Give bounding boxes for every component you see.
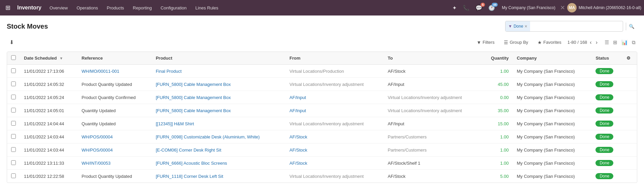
user-label: Mitchell Admin (20665062-16-0-all) (579, 5, 641, 10)
cell-from[interactable]: AF/Stock (285, 157, 384, 170)
col-company[interactable]: Company (513, 52, 592, 65)
cell-to: Partners/Customers (384, 143, 482, 157)
row-checkbox-cell[interactable] (7, 157, 20, 170)
nav-operations[interactable]: Operations (72, 3, 102, 12)
company-label[interactable]: My Company (San Francisco) (499, 5, 558, 10)
cell-extra (622, 143, 637, 157)
cell-company: My Company (San Francisco) (513, 170, 592, 183)
chat-badge: 5 (481, 3, 485, 7)
cell-product[interactable]: [[12345]] H&M Shirt (152, 117, 285, 130)
clock-icon-btn[interactable]: 🕐 48 (486, 3, 497, 12)
cell-product[interactable]: [FURN_5800] Cable Management Box (152, 78, 285, 91)
row-checkbox[interactable] (11, 121, 16, 126)
row-checkbox[interactable] (11, 68, 16, 73)
cell-product[interactable]: [FURN_6666] Acoustic Bloc Screens (152, 157, 285, 170)
col-from[interactable]: From (285, 52, 384, 65)
sort-arrow-date: ▼ (59, 56, 63, 60)
group-by-button[interactable]: ☰ Group By (502, 38, 530, 46)
cell-reference[interactable]: WH/POS/00004 (78, 130, 152, 143)
col-reference[interactable]: Reference (78, 52, 152, 65)
row-checkbox[interactable] (11, 173, 16, 178)
select-all-header[interactable] (7, 52, 20, 65)
top-navigation: ⊞ Inventory Overview Operations Products… (0, 0, 644, 15)
cell-company: My Company (San Francisco) (513, 157, 592, 170)
status-badge: Done (595, 160, 613, 166)
col-quantity[interactable]: Quantity (482, 52, 513, 65)
row-checkbox-cell[interactable] (7, 104, 20, 117)
stock-moves-table: Date Scheduled ▼ Reference Product From … (7, 52, 637, 183)
user-menu[interactable]: MA Mitchell Admin (20665062-16-0-all) (567, 3, 641, 12)
cell-status: Done (591, 170, 622, 183)
filter-icon: ▼ (477, 40, 481, 45)
row-checkbox-cell[interactable] (7, 117, 20, 130)
download-button[interactable]: ⬇ (7, 38, 17, 47)
cell-product[interactable]: Final Product (152, 65, 285, 78)
list-view-button[interactable]: ☰ (603, 38, 611, 46)
status-badge: Done (595, 173, 613, 179)
status-badge: Done (595, 107, 613, 113)
filter-tag-label: Done (514, 24, 523, 29)
row-checkbox[interactable] (11, 95, 16, 99)
filters-button[interactable]: ▼ Filters (474, 38, 496, 46)
nav-lines-rules[interactable]: Lines Rules (191, 3, 222, 12)
nav-configuration[interactable]: Configuration (156, 3, 190, 12)
star-fav-icon: ★ (538, 40, 542, 45)
col-date-scheduled[interactable]: Date Scheduled ▼ (20, 52, 78, 65)
col-to[interactable]: To (384, 52, 482, 65)
table-row: 11/01/2022 14:03:44 WH/POS/00004 [FURN_0… (7, 130, 637, 143)
cell-date: 11/01/2022 14:03:44 (20, 143, 78, 157)
cell-quantity: 1.00 (482, 65, 513, 78)
col-status[interactable]: Status (591, 52, 622, 65)
cell-quantity: 15.00 (482, 117, 513, 130)
cell-status: Done (591, 157, 622, 170)
chart-view-button[interactable]: 📊 (620, 38, 630, 46)
row-checkbox-cell[interactable] (7, 130, 20, 143)
cell-date: 11/01/2022 12:22:58 (20, 170, 78, 183)
cell-reference[interactable]: WH/MO/00011-001 (78, 65, 152, 78)
select-all-checkbox[interactable] (11, 55, 16, 60)
row-checkbox[interactable] (11, 134, 16, 139)
filter-tag-close-btn[interactable]: × (525, 24, 527, 29)
filter-group: ▼ Filters ☰ Group By ★ Favorites (474, 38, 563, 46)
cell-from[interactable]: AF/Stock (285, 143, 384, 157)
row-checkbox-cell[interactable] (7, 143, 20, 157)
cell-reference[interactable]: WH/INT/00053 (78, 157, 152, 170)
next-page-button[interactable]: › (594, 39, 599, 46)
cell-product[interactable]: [FURN_0098] Customizable Desk (Aluminium… (152, 130, 285, 143)
row-checkbox-cell[interactable] (7, 170, 20, 183)
cell-from[interactable]: AF/Input (285, 91, 384, 104)
favorites-button[interactable]: ★ Favorites (535, 38, 563, 46)
nav-products[interactable]: Products (103, 3, 128, 12)
star-icon-btn[interactable]: ✦ (450, 3, 459, 12)
row-checkbox[interactable] (11, 82, 16, 86)
row-checkbox[interactable] (11, 108, 16, 112)
col-product[interactable]: Product (152, 52, 285, 65)
apps-icon[interactable]: ⊞ (3, 3, 13, 13)
cell-product[interactable]: [FURN_1118] Corner Desk Left Sit (152, 170, 285, 183)
nav-overview[interactable]: Overview (45, 3, 72, 12)
row-checkbox-cell[interactable] (7, 65, 20, 78)
cell-product[interactable]: [FURN_5800] Cable Management Box (152, 91, 285, 104)
nav-reporting[interactable]: Reporting (129, 3, 156, 12)
search-input[interactable] (530, 23, 623, 30)
cell-reference: Quantity Updated (78, 117, 152, 130)
cell-product[interactable]: [FURN_5800] Cable Management Box (152, 104, 285, 117)
pivot-view-button[interactable]: ⧉ (630, 38, 637, 46)
row-checkbox-cell[interactable] (7, 78, 20, 91)
cell-from[interactable]: AF/Stock (285, 130, 384, 143)
cell-reference[interactable]: WH/POS/00004 (78, 143, 152, 157)
col-settings[interactable]: ⚙ (622, 52, 637, 65)
prev-page-button[interactable]: ‹ (588, 39, 593, 46)
grid-view-button[interactable]: ⊞ (611, 38, 619, 46)
cell-to: AF/Input (384, 78, 482, 91)
phone-icon-btn[interactable]: 📞 (461, 3, 471, 12)
row-checkbox-cell[interactable] (7, 91, 20, 104)
chat-icon-btn[interactable]: 💬 5 (473, 3, 484, 12)
cell-product[interactable]: [E-COM06] Corner Desk Right Sit (152, 143, 285, 157)
search-button[interactable]: 🔍 (626, 23, 637, 30)
cell-extra (622, 78, 637, 91)
row-checkbox[interactable] (11, 147, 16, 152)
cell-from[interactable]: AF/Input (285, 104, 384, 117)
row-checkbox[interactable] (11, 160, 16, 165)
brand-logo[interactable]: Inventory (14, 5, 44, 11)
